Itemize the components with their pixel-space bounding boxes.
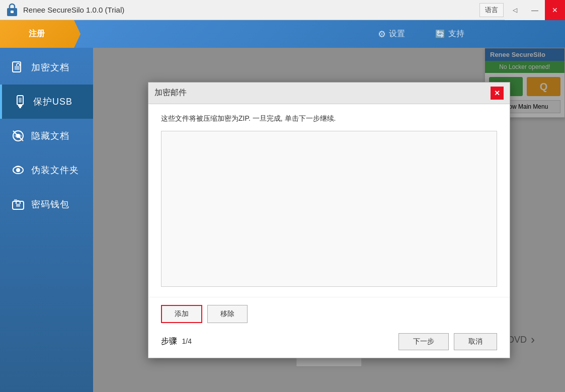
modal-instruction: 这些文件将被压缩加密为ZIP. 一旦完成, 单击下一步继续. — [161, 114, 497, 123]
encrypt-doc-icon — [10, 59, 26, 75]
sidebar-item-protect-usb[interactable]: 保护USB — [0, 85, 93, 119]
register-label: 注册 — [29, 29, 45, 39]
app-logo — [5, 3, 19, 17]
sidebar-item-password-wallet[interactable]: 密码钱包 — [0, 187, 93, 221]
title-bar: Renee SecureSilo 1.0.0 (Trial) 语言 ◁ — ✕ — [0, 0, 565, 20]
app-title: Renee SecureSilo 1.0.0 (Trial) — [23, 6, 124, 14]
svg-rect-1 — [11, 11, 14, 13]
sidebar: 加密文档 保护USB 隐藏文档 — [0, 48, 93, 392]
close-button[interactable]: ✕ — [545, 0, 565, 20]
protect-usb-icon — [12, 94, 28, 110]
svg-rect-7 — [19, 107, 21, 108]
language-button[interactable]: 语言 — [479, 3, 504, 17]
disguise-folder-label: 伪装文件夹 — [31, 164, 79, 176]
modal-footer-row: 步骤 1/4 下一步 取消 — [161, 333, 497, 350]
password-wallet-icon — [10, 196, 26, 212]
gear-icon: ⚙ — [378, 29, 386, 40]
support-label: 支持 — [448, 29, 464, 39]
encrypt-doc-label: 加密文档 — [31, 61, 69, 73]
modal-header: 加密邮件 ✕ — [148, 83, 510, 104]
hide-doc-icon — [10, 128, 26, 144]
tab-settings[interactable]: ⚙ 设置 — [363, 20, 420, 48]
protect-usb-label: 保护USB — [33, 96, 72, 108]
svg-point-12 — [16, 168, 20, 172]
support-icon: 🔄 — [435, 29, 445, 39]
modal-step: 步骤 1/4 — [161, 336, 192, 347]
modal-step-value: 1/4 — [182, 337, 191, 345]
modal-footer: 添加 移除 步骤 1/4 下一步 取消 — [148, 297, 510, 358]
svg-rect-5 — [19, 98, 22, 103]
maximize-button[interactable]: ◁ — [505, 0, 525, 20]
modal-action-buttons: 添加 移除 — [161, 305, 497, 323]
modal-cancel-button[interactable]: 取消 — [454, 333, 497, 350]
minimize-button[interactable]: — — [525, 0, 545, 20]
sidebar-item-encrypt-doc[interactable]: 加密文档 — [0, 50, 93, 85]
modal-next-button[interactable]: 下一步 — [398, 333, 449, 350]
content-area: 保护附件 › DVD › Renee SecureSilo No Locker … — [93, 48, 565, 392]
modal-remove-button[interactable]: 移除 — [207, 305, 248, 323]
svg-rect-15 — [14, 199, 17, 201]
hide-doc-label: 隐藏文档 — [31, 130, 69, 142]
tab-register[interactable]: 注册 — [0, 20, 80, 48]
disguise-folder-icon — [10, 162, 26, 178]
sidebar-item-hide-doc[interactable]: 隐藏文档 — [0, 119, 93, 153]
modal-overlay: 加密邮件 ✕ 这些文件将被压缩加密为ZIP. 一旦完成, 单击下一步继续. 添加… — [93, 48, 565, 392]
tab-support[interactable]: 🔄 支持 — [420, 20, 479, 48]
nav-bar: 注册 ⚙ 设置 🔄 支持 — [0, 20, 565, 48]
svg-rect-3 — [15, 66, 20, 70]
svg-rect-6 — [18, 105, 22, 107]
window-controls: 语言 ◁ — ✕ — [479, 0, 565, 20]
password-wallet-label: 密码钱包 — [31, 198, 69, 210]
modal-close-button[interactable]: ✕ — [491, 87, 504, 100]
modal-step-label: 步骤 — [161, 337, 177, 345]
modal-encrypt-email: 加密邮件 ✕ 这些文件将被压缩加密为ZIP. 一旦完成, 单击下一步继续. 添加… — [148, 82, 510, 358]
svg-rect-14 — [16, 204, 20, 207]
settings-label: 设置 — [389, 29, 405, 39]
modal-nav-buttons: 下一步 取消 — [398, 333, 497, 350]
main-layout: 加密文档 保护USB 隐藏文档 — [0, 48, 565, 392]
modal-add-button[interactable]: 添加 — [161, 305, 202, 323]
modal-body: 这些文件将被压缩加密为ZIP. 一旦完成, 单击下一步继续. — [148, 104, 510, 297]
modal-title: 加密邮件 — [154, 88, 187, 98]
sidebar-item-disguise-folder[interactable]: 伪装文件夹 — [0, 153, 93, 187]
modal-file-list — [161, 131, 497, 287]
